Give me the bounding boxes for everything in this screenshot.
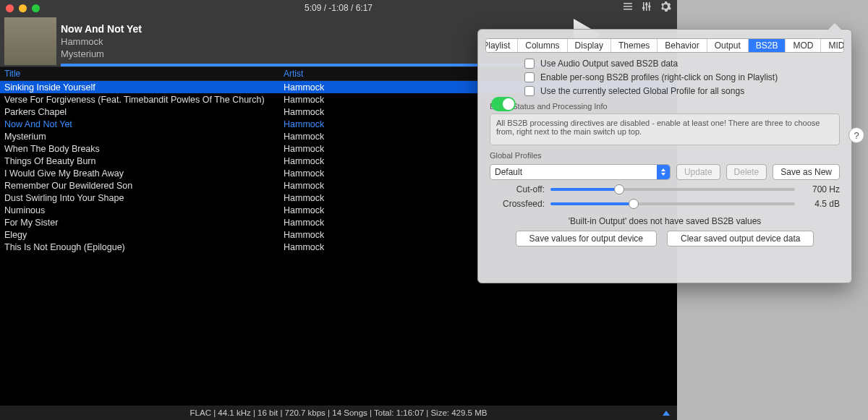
cell-title: Sinking Inside Yourself (0, 82, 284, 93)
cell-title: When The Body Breaks (0, 144, 284, 154)
close-icon[interactable] (6, 4, 14, 12)
clear-device-button[interactable]: Clear saved output device data (667, 231, 814, 247)
label-per-song: Enable per-song BS2B profiles (right-cli… (540, 72, 778, 82)
label-use-saved: Use Audio Output saved BS2B data (540, 59, 678, 69)
checkbox-use-saved[interactable] (524, 59, 535, 69)
profile-select[interactable]: Default (490, 164, 671, 180)
tab-columns[interactable]: Columns (518, 39, 567, 52)
status-text: FLAC | 44.1 kHz | 16 bit | 720.7 kbps | … (190, 408, 488, 417)
bs2b-master-toggle[interactable] (491, 97, 516, 111)
titlebar: 5:09 / -1:08 / 6:17 (0, 0, 677, 16)
window-controls (6, 4, 40, 12)
crossfeed-label: Crossfeed: (490, 199, 545, 209)
album-art[interactable] (4, 17, 56, 65)
list-icon[interactable] (622, 1, 634, 15)
svg-point-0 (642, 7, 645, 9)
prefs-tabs: PlaylistColumnsDisplayThemesBehaviorOutp… (485, 38, 844, 53)
cell-title: Verse For Forgiveness (Feat. Timebandit … (0, 95, 284, 105)
chevron-updown-icon (657, 165, 670, 179)
cutoff-label: Cut-off: (490, 184, 545, 194)
crossfeed-slider[interactable] (550, 202, 795, 205)
track-title: Now And Not Yet (61, 23, 142, 35)
label-use-global: Use the currently selected Global Profil… (540, 86, 744, 96)
svg-point-1 (645, 3, 648, 6)
tab-bs2b[interactable]: BS2B (749, 39, 786, 52)
cell-title: Parkers Chapel (0, 107, 284, 117)
column-title[interactable]: Title (0, 69, 284, 79)
cell-title: Mysterium (0, 132, 284, 142)
zoom-icon[interactable] (32, 4, 40, 12)
gear-icon[interactable] (660, 1, 671, 15)
device-note: 'Built-in Output' does not have saved BS… (478, 216, 851, 226)
popover-arrow-icon (828, 23, 841, 30)
cell-title: Elegy (0, 230, 284, 240)
status-section-label: BS2B Status and Processing Info (490, 102, 840, 111)
svg-point-2 (648, 5, 651, 8)
checkbox-per-song[interactable] (524, 72, 535, 82)
cutoff-value: 700 Hz (801, 184, 840, 194)
tab-behavior[interactable]: Behavior (658, 39, 707, 52)
tab-midi[interactable]: MIDI (821, 39, 844, 52)
checkbox-use-global[interactable] (524, 86, 535, 96)
help-button[interactable]: ? (848, 127, 864, 143)
cell-title: Now And Not Yet (0, 119, 284, 129)
tab-output[interactable]: Output (707, 39, 749, 52)
save-device-button[interactable]: Save values for output device (516, 231, 657, 247)
tab-mod[interactable]: MOD (786, 39, 821, 52)
profile-selected: Default (495, 167, 522, 177)
update-button[interactable]: Update (676, 164, 720, 180)
expand-icon[interactable] (663, 411, 670, 416)
status-bar: FLAC | 44.1 kHz | 16 bit | 720.7 kbps | … (0, 406, 677, 420)
preferences-panel: PlaylistColumnsDisplayThemesBehaviorOutp… (477, 29, 852, 283)
cell-title: This Is Not Enough (Epilogue) (0, 242, 284, 252)
crossfeed-value: 4.5 dB (801, 199, 840, 209)
cutoff-slider[interactable] (550, 188, 795, 191)
track-album: Mysterium (61, 48, 142, 59)
delete-button[interactable]: Delete (726, 164, 767, 180)
cell-title: Numinous (0, 205, 284, 215)
equalizer-icon[interactable] (641, 1, 652, 15)
track-artist: Hammock (61, 36, 142, 47)
minimize-icon[interactable] (19, 4, 27, 12)
save-as-new-button[interactable]: Save as New (773, 164, 840, 180)
tab-playlist[interactable]: Playlist (485, 39, 518, 52)
status-infobox: All BS2B processing directives are disab… (490, 113, 840, 145)
cell-title: Remember Our Bewildered Son (0, 181, 284, 191)
tab-display[interactable]: Display (568, 39, 611, 52)
tab-themes[interactable]: Themes (611, 39, 658, 52)
global-profiles-label: Global Profiles (490, 151, 840, 160)
cell-title: Things Of Beauty Burn (0, 156, 284, 166)
time-display: 5:09 / -1:08 / 6:17 (305, 3, 373, 13)
cell-title: For My Sister (0, 218, 284, 228)
cell-title: Dust Swirling Into Your Shape (0, 193, 284, 203)
cell-title: I Would Give My Breath Away (0, 168, 284, 179)
